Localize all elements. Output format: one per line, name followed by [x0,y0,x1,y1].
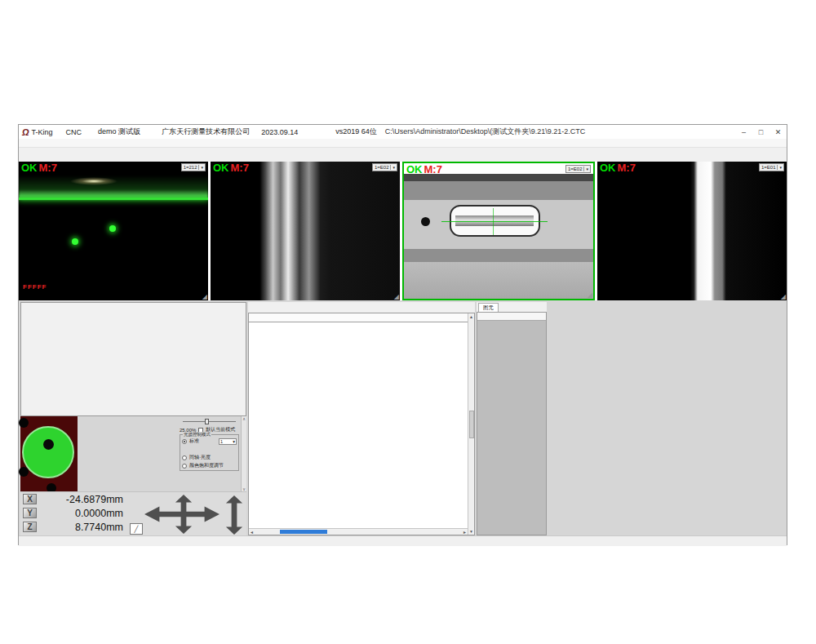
light-level-dropdown[interactable]: 1▾ [219,438,237,445]
slider-thumb[interactable] [205,419,209,424]
camera-view-4[interactable]: OKM:7 1=E01▾ ◢ [597,162,787,300]
measure-toolbox [20,302,246,416]
camera2-mode: M:7 [231,162,249,174]
table-vscrollbar[interactable]: ▲ ▼ [468,313,474,535]
status-bar [19,535,787,546]
menu-bar [19,139,787,148]
resize-grip-icon[interactable]: ◢ [394,293,399,300]
chevron-down-icon: ▾ [777,165,782,170]
camera3-status: OK [406,163,423,175]
title-user: demo 测试版 [98,127,140,137]
table-hscrollbar[interactable]: ◄ ► [249,528,468,535]
table-body [249,322,468,528]
minimize-button[interactable]: – [735,128,752,136]
camera3-mode: M:7 [424,163,442,175]
part-base [404,262,593,299]
scroll-up-icon[interactable]: ▲ [469,314,473,319]
chevron-down-icon: ▾ [198,165,203,170]
tab-element[interactable]: 图元 [478,303,499,312]
part-surface-upper [404,181,593,200]
chevron-down-icon: ▾ [233,439,235,444]
resize-grip-icon[interactable]: ◢ [781,293,786,300]
camera4-mode: M:7 [618,162,636,174]
y-axis-icon: Y [23,508,37,518]
light-scrollbar[interactable]: ∧∨ [241,416,246,491]
camera4-status: OK [600,162,616,174]
scroll-thumb[interactable] [469,411,474,438]
part-surface-lower [404,249,593,263]
joystick-config-button[interactable]: ╱ [130,523,143,535]
coaxial-radio[interactable] [182,455,187,460]
camera4-select[interactable]: 1=E01▾ [759,163,784,171]
green-dot [72,238,78,245]
coaxial-label: 同轴·亮度 [189,454,211,461]
saturation-label: 颜色饱和度调节 [189,462,224,469]
bright-spot [70,177,118,185]
main-toolbar [19,148,787,162]
element-table-header [477,313,546,321]
scroll-left-icon[interactable]: ◄ [250,530,254,535]
title-mode: CNC [66,128,82,136]
light-control: 25.00% 默认当前模式 光源控制模式 标准 1▾ [20,416,246,491]
light-center-dot [43,439,54,450]
saturation-radio[interactable] [182,464,187,469]
camera2-select[interactable]: 1=E02▾ [372,163,397,171]
x-axis-icon: X [23,494,37,504]
title-bar: Ω T-King CNC demo 测试版 广东天行测量技术有限公司 2023.… [19,125,787,139]
camera2-image [211,162,400,300]
app-window: Ω T-King CNC demo 测试版 广东天行测量技术有限公司 2023.… [18,124,787,545]
ring-light-preview [22,426,74,478]
x-value: -24.6879mm [42,494,123,505]
standard-label: 标准 [189,437,199,445]
chevron-down-icon: ▾ [583,167,588,171]
title-company: 广东天行测量技术有限公司 [162,127,250,137]
resize-grip-icon[interactable]: ◢ [202,293,207,300]
title-build: vs2019 64位 [335,127,377,137]
title-file-path: C:\Users\Administrator\Desktop\(测试文件夹\9.… [385,127,586,137]
result-tabs [248,302,475,313]
close-button[interactable]: ✕ [769,128,787,136]
scroll-down-icon[interactable]: ▼ [469,529,473,534]
light-corner-dot [19,418,29,428]
chevron-down-icon: ▾ [390,165,395,170]
z-value: 8.7740mm [42,522,123,533]
camera-views: OKM:7 1=212▾ FFFFF ◢ OKM:7 1=E02▾ ◢ [19,162,787,300]
y-value: 0.0000mm [42,508,123,519]
title-date: 2023.09.14 [261,128,298,136]
element-detail-panel: 图元 [477,302,547,535]
measure-overlay-line-v [493,208,494,235]
laser-line [19,198,208,200]
standard-radio[interactable] [182,439,187,444]
master-light-slider[interactable] [183,418,236,425]
camera-view-2[interactable]: OKM:7 1=E02▾ ◢ [211,162,400,300]
light-settings: 25.00% 默认当前模式 光源控制模式 标准 1▾ [178,416,241,491]
center-column: 25.00% 默认当前模式 光源控制模式 标准 1▾ [20,302,246,535]
camera-view-3-selected[interactable]: OKM:7 1=E02▾ ◢ [402,162,595,300]
coordinate-readout: X -24.6879mm Y 0.0000mm Z 8.7740mm ╱ [20,491,246,535]
light-preview[interactable] [20,416,78,491]
camera1-flag-text: FFFFF [23,283,47,291]
workspace: 25.00% 默认当前模式 光源控制模式 标准 1▾ [19,300,787,535]
camera1-select[interactable]: 1=212▾ [181,163,206,171]
light-sliders [88,416,178,491]
camera1-mode: M:7 [39,162,57,174]
table-header [249,313,468,322]
camera2-status: OK [213,162,229,174]
z-axis-icon: Z [23,522,37,532]
camera4-image [597,162,787,300]
camera-view-1[interactable]: OKM:7 1=212▾ FFFFF ◢ [19,162,208,300]
scroll-right-icon[interactable]: ► [463,530,467,535]
light-corner-dot [19,467,29,477]
resize-grip-icon[interactable]: ◢ [588,291,592,299]
camera3-select[interactable]: 1=E02▾ [565,165,591,173]
light-group-title: 光源控制模式 [183,432,211,437]
green-dot [109,225,116,232]
scroll-thumb[interactable] [280,530,328,534]
camera1-status: OK [21,162,38,174]
maximize-button[interactable]: □ [752,128,769,136]
light-mode-strip [78,416,88,491]
app-logo-icon: Ω [22,127,29,137]
app-name: T-King [32,128,53,136]
measure-overlay-line [441,221,548,222]
results-area: ◄ ► ▲ ▼ [248,302,475,535]
